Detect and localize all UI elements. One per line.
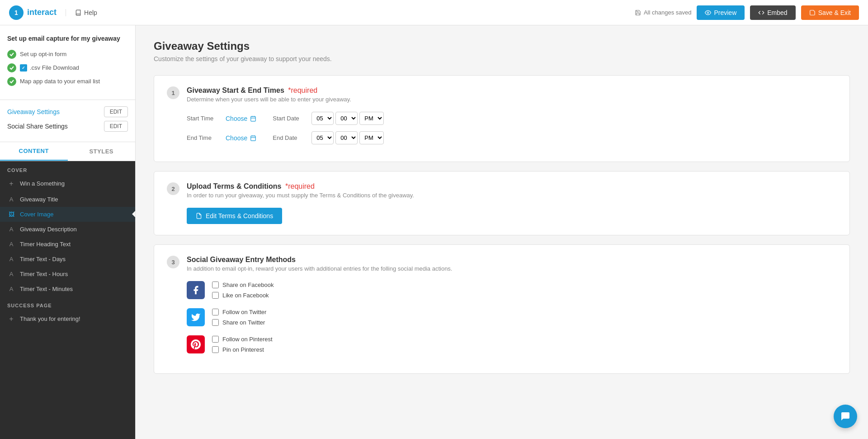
page-title: Giveaway Settings [154,40,850,52]
sidebar-heading: Set up email capture for my giveaway [7,34,128,43]
tree-item-timer-heading[interactable]: A Timer Heading Text [0,237,135,252]
end-time-selects: 05 00 PM [311,131,384,144]
embed-label: Embed [767,9,787,16]
text-icon-timer-minutes: A [7,286,15,292]
help-label: Help [84,9,97,16]
svg-point-0 [708,12,709,14]
section-terms-required: *required [285,182,315,190]
twitter-icon [187,308,205,326]
settings-row-2: Social Share Settings EDIT [7,121,128,132]
tree-item-thank-you[interactable]: + Thank you for entering! [0,311,135,327]
pt-logo [191,339,201,349]
topbar-right: All changes saved Preview Embed Save & E… [635,5,859,20]
tree-item-timer-days[interactable]: A Timer Text - Days [0,252,135,267]
section-times: 1 Giveaway Start & End Times *required D… [154,75,850,162]
checklist-label-2: .csv File Download [30,64,79,71]
start-time-selects: 05 00 PM [311,112,384,125]
section-times-header: 1 Giveaway Start & End Times *required D… [167,86,837,103]
add-icon-win: + [7,180,15,188]
saved-status-text: All changes saved [644,9,692,16]
tree-item-thank-you-label: Thank you for entering! [20,315,80,322]
file-icon [196,213,202,219]
like-on-facebook-row[interactable]: Like on Facebook [212,292,274,299]
giveaway-settings-edit-button[interactable]: EDIT [104,106,128,117]
section-number-3: 3 [167,256,179,268]
main-content: Giveaway Settings Customize the settings… [136,25,868,439]
save-exit-label: Save & Exit [818,9,851,16]
end-time-choose[interactable]: Choose [226,134,256,142]
section-times-desc: Determine when your users will be able t… [187,96,351,103]
follow-on-pinterest-label: Follow on Pinterest [222,336,273,343]
tree-item-cover-image[interactable]: 🖼 Cover Image [0,207,135,222]
checklist-item-3: Map app data to your email list [7,77,128,86]
facebook-icon [187,281,205,299]
follow-on-pinterest-row[interactable]: Follow on Pinterest [212,336,273,343]
logo[interactable]: 1 interact [9,5,57,20]
social-share-settings-link[interactable]: Social Share Settings [7,123,68,130]
end-ampm-select[interactable]: PM [359,131,384,144]
section-times-title: Giveaway Start & End Times *required [187,86,351,95]
follow-on-twitter-row[interactable]: Follow on Twitter [212,309,266,315]
end-hour-select[interactable]: 05 [311,131,334,144]
pinterest-icon [187,335,205,353]
end-choose-text: Choose [226,134,247,142]
terms-button-area: Edit Terms & Conditions [187,208,837,224]
csv-icon: ✓ [20,64,27,72]
section-number-1: 1 [167,86,179,99]
tab-styles[interactable]: STYLES [68,142,136,161]
pinterest-options: Follow on Pinterest Pin on Pinterest [212,336,273,353]
page-subtitle: Customize the settings of your giveaway … [154,55,850,62]
section-terms-title-block: Upload Terms & Conditions *required In o… [187,182,414,199]
check-circle-2 [7,63,16,72]
fb-logo [191,285,201,295]
tree-item-desc-label: Giveaway Description [20,226,77,233]
tree-item-timer-minutes-label: Timer Text - Minutes [20,286,73,292]
text-icon-desc: A [7,226,15,233]
embed-button[interactable]: Embed [750,5,795,20]
help-link[interactable]: Help [66,9,97,16]
save-exit-button[interactable]: Save & Exit [801,5,859,20]
like-on-facebook-checkbox[interactable] [212,292,219,299]
checkmark-icon-3 [9,79,14,84]
section-social-title-text: Social Giveaway Entry Methods [187,256,296,263]
start-hour-select[interactable]: 05 [311,112,334,125]
share-on-facebook-row[interactable]: Share on Facebook [212,282,274,288]
start-ampm-select[interactable]: PM [359,112,384,125]
edit-terms-button[interactable]: Edit Terms & Conditions [187,208,282,224]
tree-item-giveaway-title[interactable]: A Giveaway Title [0,192,135,207]
tree-item-win-label: Win a Something [20,180,65,187]
follow-on-pinterest-checkbox[interactable] [212,336,219,343]
calendar-icon-start [250,115,256,122]
social-share-settings-edit-button[interactable]: EDIT [104,121,128,132]
chat-icon [840,411,851,422]
sidebar-top: Set up email capture for my giveaway Set… [0,25,135,100]
checklist-inner-2: ✓ .csv File Download [20,64,79,72]
check-circle-3 [7,77,16,86]
start-time-choose[interactable]: Choose [226,115,256,122]
tree-item-timer-hours[interactable]: A Timer Text - Hours [0,267,135,282]
giveaway-settings-link[interactable]: Giveaway Settings [7,108,60,115]
end-min-select[interactable]: 00 [335,131,358,144]
share-on-twitter-row[interactable]: Share on Twitter [212,319,266,326]
tree-item-giveaway-desc[interactable]: A Giveaway Description [0,222,135,237]
share-on-twitter-checkbox[interactable] [212,319,219,326]
follow-on-twitter-checkbox[interactable] [212,309,219,315]
start-min-select[interactable]: 00 [335,112,358,125]
chat-bubble[interactable] [834,405,857,428]
share-on-twitter-label: Share on Twitter [222,319,265,326]
pin-on-pinterest-checkbox[interactable] [212,346,219,353]
tree-item-win-a-something[interactable]: + Win a Something [0,176,135,192]
share-on-facebook-checkbox[interactable] [212,282,219,288]
checkmark-icon-2 [9,65,14,71]
text-icon-timer-heading: A [7,241,15,248]
content-tree: COVER + Win a Something A Giveaway Title… [0,161,135,439]
edit-terms-label: Edit Terms & Conditions [206,212,273,220]
tab-content[interactable]: CONTENT [0,142,68,161]
pin-on-pinterest-row[interactable]: Pin on Pinterest [212,346,273,353]
logo-icon: 1 [9,5,24,20]
tree-item-timer-days-label: Timer Text - Days [20,256,66,262]
tree-item-timer-minutes[interactable]: A Timer Text - Minutes [0,282,135,296]
checklist-item-2: ✓ .csv File Download [7,63,128,72]
tree-item-timer-heading-label: Timer Heading Text [20,241,71,248]
preview-button[interactable]: Preview [697,5,745,20]
